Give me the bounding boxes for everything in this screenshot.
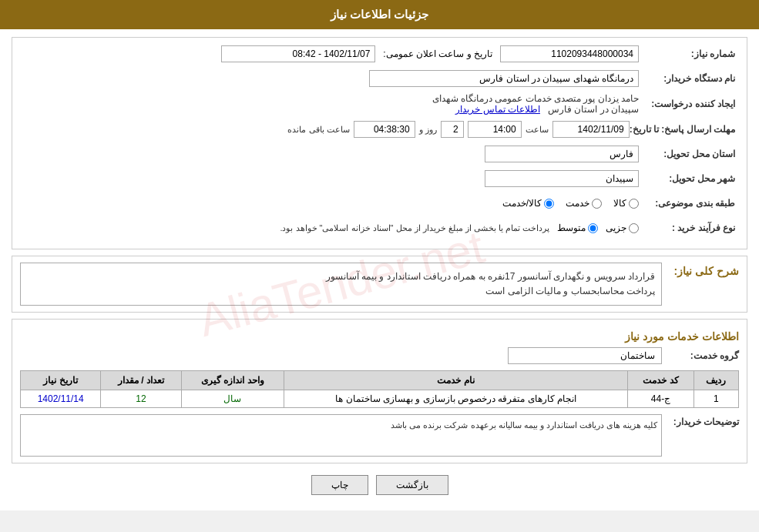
table-row: 1 ج-44 انجام کارهای متفرقه درخصوص بازساز… xyxy=(21,390,739,408)
announce-date-value: 1402/11/07 - 08:42 xyxy=(221,45,375,62)
category-radio-service[interactable] xyxy=(592,199,602,209)
province-label: استان محل تحویل: xyxy=(639,149,739,159)
col-header-qty: تعداد / مقدار xyxy=(101,371,181,390)
deadline-fields: 1402/11/09 ساعت 14:00 2 روز و 04:38:30 س… xyxy=(287,121,629,138)
button-row: بازگشت چاپ xyxy=(12,475,747,495)
buyer-notes-section: توضیحات خریدار: کلیه هزینه های دریافت اس… xyxy=(20,414,739,457)
purchase-type-group: جزیی متوسط پرداخت تمام یا بخشی از مبلغ خ… xyxy=(280,223,639,233)
purchase-type-medium[interactable]: متوسط xyxy=(557,223,598,233)
purchase-type-small[interactable]: جزیی xyxy=(606,223,639,233)
cell-code: ج-44 xyxy=(628,390,694,408)
deadline-label: مهلت ارسال پاسخ: تا تاریخ: xyxy=(630,124,739,135)
purchase-type-row: نوع فرآیند خرید : جزیی متوسط پرداخت تمام… xyxy=(20,218,739,238)
page-container: جزئیات اطلاعات نیاز شماره نیاز: 11020934… xyxy=(0,0,759,510)
creator-row: ایجاد کننده درخواست: حامد یزدان پور متصد… xyxy=(20,93,739,115)
category-row: طبقه بندی موضوعی: کالا خدمت کالا/خدمت xyxy=(20,193,739,213)
deadline-date: 1402/11/09 xyxy=(552,121,630,138)
service-group-value: ساختمان xyxy=(508,347,662,364)
province-value: فارس xyxy=(485,146,639,162)
page-header: جزئیات اطلاعات نیاز xyxy=(0,0,759,29)
purchase-type-label: نوع فرآیند خرید : xyxy=(639,223,739,233)
category-label: طبقه بندی موضوعی: xyxy=(639,198,739,209)
buyer-name-row: نام دستگاه خریدار: درمانگاه شهدای سپیدان… xyxy=(20,69,739,89)
category-option-both[interactable]: کالا/خدمت xyxy=(502,198,554,209)
col-header-row: ردیف xyxy=(694,371,738,390)
category-radio-both[interactable] xyxy=(544,199,554,209)
items-table: ردیف کد خدمت نام خدمت واحد اندازه گیری ت… xyxy=(20,370,739,408)
category-option-service[interactable]: خدمت xyxy=(566,198,602,209)
service-info-title: اطلاعات خدمات مورد نیاز xyxy=(20,330,739,343)
cell-qty: 12 xyxy=(101,390,181,408)
buyer-name-value: درمانگاه شهدای سپیدان در استان فارس xyxy=(369,70,639,87)
general-desc-label: شرح کلی نیاز: xyxy=(662,265,739,277)
general-desc-text: قرارداد سرویس و نگهداری آسانسور 17نفره ب… xyxy=(27,269,655,299)
purchase-note: پرداخت تمام یا بخشی از مبلغ خریدار از مح… xyxy=(280,223,549,233)
need-number-label: شماره نیاز: xyxy=(639,49,739,59)
creator-value: حامد یزدان پور متصدی خدمات عمومی درمانگا… xyxy=(408,93,639,115)
col-header-code: کد خدمت xyxy=(628,371,694,390)
col-header-name: نام خدمت xyxy=(284,371,628,390)
main-content: شماره نیاز: 1102093448000034 تاریخ و ساع… xyxy=(0,29,759,510)
service-info-section: اطلاعات خدمات مورد نیاز گروه خدمت: ساختم… xyxy=(12,319,747,463)
remain-label: ساعت باقی مانده xyxy=(287,125,349,135)
deadline-days: 2 xyxy=(441,121,464,138)
deadline-row: مهلت ارسال پاسخ: تا تاریخ: 1402/11/09 سا… xyxy=(20,119,739,139)
city-label: شهر محل تحویل: xyxy=(639,173,739,184)
announce-label: تاریخ و ساعت اعلان عمومی: xyxy=(383,49,492,59)
category-option-goods[interactable]: کالا xyxy=(613,198,639,209)
creator-label: ایجاد کننده درخواست: xyxy=(639,99,739,109)
contact-link[interactable]: اطلاعات تماس خریدار xyxy=(455,104,540,115)
cell-date: 1402/11/14 xyxy=(21,390,101,408)
col-header-unit: واحد اندازه گیری xyxy=(181,371,284,390)
top-info-section: شماره نیاز: 1102093448000034 تاریخ و ساع… xyxy=(12,37,747,249)
category-radio-group: کالا خدمت کالا/خدمت xyxy=(502,198,639,209)
need-number-value: 1102093448000034 xyxy=(500,45,639,62)
buyer-notes-row: توضیحات خریدار: کلیه هزینه های دریافت اس… xyxy=(20,414,739,457)
city-row: شهر محل تحویل: سپیدان xyxy=(20,169,739,189)
cell-name: انجام کارهای متفرقه درخصوص بازسازی و بهس… xyxy=(284,390,628,408)
col-header-date: تاریخ نیاز xyxy=(21,371,101,390)
deadline-remain: 04:38:30 xyxy=(354,121,415,138)
general-desc-section: شرح کلی نیاز: AliaTender.net قرارداد سرو… xyxy=(12,256,747,313)
service-group-label: گروه خدمت: xyxy=(662,350,739,361)
time-label: ساعت xyxy=(526,125,549,135)
buyer-notes-value: کلیه هزینه های دریافت استاندارد و بیمه س… xyxy=(20,414,662,457)
need-number-row: شماره نیاز: 1102093448000034 تاریخ و ساع… xyxy=(20,44,739,64)
cell-unit: سال xyxy=(181,390,284,408)
deadline-time: 14:00 xyxy=(468,121,522,138)
general-desc-box: AliaTender.net قرارداد سرویس و نگهداری آ… xyxy=(20,263,662,306)
buyer-name-label: نام دستگاه خریدار: xyxy=(639,73,739,84)
category-radio-goods[interactable] xyxy=(629,199,639,209)
day-label: روز و xyxy=(419,125,437,135)
page-title: جزئیات اطلاعات نیاز xyxy=(331,8,428,21)
print-button[interactable]: چاپ xyxy=(311,475,368,495)
purchase-radio-medium[interactable] xyxy=(588,223,598,233)
province-row: استان محل تحویل: فارس xyxy=(20,144,739,164)
city-value: سپیدان xyxy=(485,170,639,187)
buyer-notes-label: توضیحات خریدار: xyxy=(662,414,739,427)
service-group-row: گروه خدمت: ساختمان xyxy=(20,347,739,364)
cell-row: 1 xyxy=(694,390,738,408)
back-button[interactable]: بازگشت xyxy=(376,475,448,495)
purchase-radio-small[interactable] xyxy=(629,223,639,233)
general-desc-row: شرح کلی نیاز: AliaTender.net قرارداد سرو… xyxy=(20,263,739,306)
